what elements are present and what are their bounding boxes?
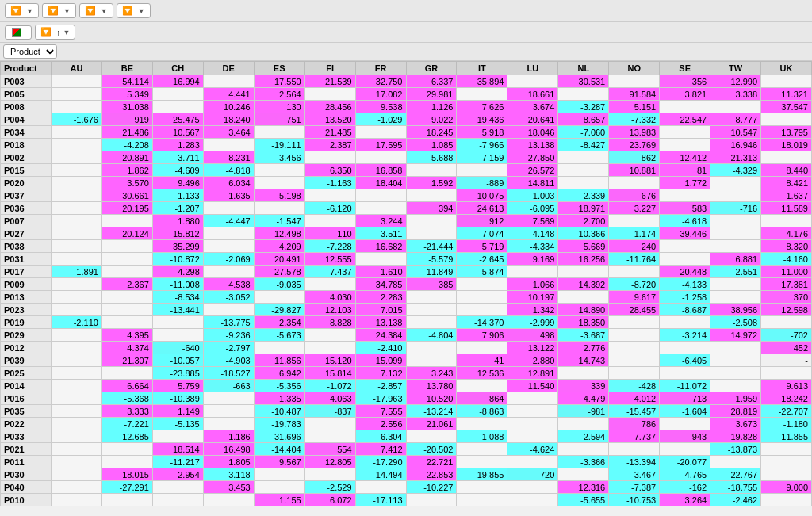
- data-cell-se: 943: [660, 430, 710, 443]
- data-cell-tw: [710, 215, 761, 227]
- dropdown-arrow-icon: ▼: [26, 7, 33, 15]
- data-cell-nl: 12.316: [558, 481, 609, 494]
- filter-salesd-button[interactable]: 🔽 ▼: [42, 3, 76, 18]
- data-cell-nl: 14.392: [558, 278, 609, 291]
- data-cell-gr: 1.126: [406, 101, 457, 113]
- data-cell-se: -4.618: [660, 215, 710, 227]
- dropdown-arrow-icon: ▼: [101, 7, 108, 15]
- data-cell-lu: 27.850: [508, 151, 558, 164]
- data-cell-be: [102, 367, 152, 380]
- data-cell-es: 12.498: [254, 227, 304, 240]
- data-cell-uk: [761, 494, 812, 506]
- data-cell-gr: 10.520: [406, 392, 457, 405]
- col-header-fi: FI: [304, 62, 355, 75]
- data-cell-de: 4.441: [203, 88, 254, 101]
- data-cell-it: -889: [457, 177, 508, 189]
- product-id-cell: P034: [1, 126, 52, 139]
- data-cell-fr: 7.015: [355, 304, 406, 316]
- data-cell-gr: [406, 342, 457, 354]
- product-id-cell: P012: [1, 342, 52, 354]
- data-cell-uk: [761, 443, 812, 456]
- data-cell-se: [660, 418, 710, 430]
- data-cell-es: [254, 164, 304, 177]
- product-id-cell: P015: [1, 164, 52, 177]
- data-cell-de: [203, 494, 254, 506]
- data-table-container[interactable]: ProductAUBECHDEESFIFRGRITLUNLNOSETWUK P0…: [0, 61, 812, 506]
- data-cell-au: [51, 329, 102, 342]
- data-cell-be: 3.570: [102, 177, 152, 189]
- data-cell-lu: [508, 405, 558, 418]
- data-cell-it: 5.918: [457, 126, 508, 139]
- product-id-cell: P035: [1, 405, 52, 418]
- data-cell-it: 7.626: [457, 101, 508, 113]
- data-cell-fi: [304, 215, 355, 227]
- data-cell-se: 39.446: [660, 227, 710, 240]
- data-cell-ch: [152, 481, 203, 494]
- data-cell-ch: -13.441: [152, 304, 203, 316]
- data-cell-no: 9.617: [609, 291, 660, 304]
- data-cell-be: -12.685: [102, 430, 152, 443]
- data-cell-de: [203, 304, 254, 316]
- data-cell-au: [51, 342, 102, 354]
- data-cell-uk: 11.589: [761, 202, 812, 215]
- data-cell-it: [457, 494, 508, 506]
- data-cell-nl: 30.531: [558, 75, 609, 88]
- data-cell-gr: [406, 189, 457, 202]
- data-cell-de: [203, 266, 254, 278]
- product-select[interactable]: Product: [3, 44, 57, 59]
- data-cell-es: 9.567: [254, 456, 304, 468]
- filter-inco-button[interactable]: 🔽 ▼: [117, 3, 151, 18]
- data-cell-lu: 20.641: [508, 113, 558, 126]
- data-cell-se: -1.258: [660, 291, 710, 304]
- data-cell-au: [51, 88, 102, 101]
- data-cell-it: 35.894: [457, 75, 508, 88]
- data-cell-de: -13.775: [203, 316, 254, 329]
- data-cell-be: 20.124: [102, 227, 152, 240]
- data-cell-de: 6.034: [203, 177, 254, 189]
- margin-color-button[interactable]: [5, 25, 32, 40]
- data-cell-gr: [406, 291, 457, 304]
- data-cell-no: [609, 266, 660, 278]
- data-cell-nl: 18.971: [558, 202, 609, 215]
- data-cell-es: [254, 468, 304, 481]
- data-cell-nl: -3.287: [558, 101, 609, 113]
- data-cell-no: -7.332: [609, 113, 660, 126]
- data-cell-it: [457, 304, 508, 316]
- data-cell-be: 4.374: [102, 342, 152, 354]
- table-row: P011-11.2171.8059.56712.805-17.29022.721…: [1, 456, 812, 468]
- data-cell-it: [457, 88, 508, 101]
- table-row: P02118.51416.498-14.4045547.412-20.502-4…: [1, 443, 812, 456]
- data-cell-se: -20.077: [660, 456, 710, 468]
- product-id-cell: P031: [1, 253, 52, 266]
- data-cell-es: 27.578: [254, 266, 304, 278]
- data-cell-it: 912: [457, 215, 508, 227]
- data-cell-tw: [710, 456, 761, 468]
- product-id-cell: P003: [1, 75, 52, 88]
- data-cell-nl: -3.366: [558, 456, 609, 468]
- data-cell-lu: [508, 494, 558, 506]
- data-cell-fr: 16.682: [355, 240, 406, 253]
- data-cell-de: 3.464: [203, 126, 254, 139]
- product-id-cell: P005: [1, 88, 52, 101]
- data-cell-gr: [406, 304, 457, 316]
- data-cell-it: [457, 278, 508, 291]
- data-cell-nl: [558, 418, 609, 430]
- data-cell-it: [457, 380, 508, 392]
- data-cell-au: [51, 164, 102, 177]
- data-cell-tw: [710, 342, 761, 354]
- data-cell-ch: [152, 101, 203, 113]
- data-cell-se: 1.772: [660, 177, 710, 189]
- country-filter-button[interactable]: 🔽 ↑ ▼: [35, 25, 75, 40]
- data-cell-lu: 7.569: [508, 215, 558, 227]
- table-row: P004-1.67691925.47518.24075113.520-1.029…: [1, 113, 812, 126]
- filter-custo-button[interactable]: 🔽 ▼: [5, 3, 39, 18]
- filter-totalco-button[interactable]: 🔽 ▼: [79, 3, 113, 18]
- data-cell-it: [457, 481, 508, 494]
- data-cell-no: 7.737: [609, 430, 660, 443]
- data-cell-be: 54.114: [102, 75, 152, 88]
- data-cell-se: 3.821: [660, 88, 710, 101]
- data-cell-es: -31.696: [254, 430, 304, 443]
- data-cell-nl: 14.743: [558, 354, 609, 367]
- data-cell-au: [51, 494, 102, 506]
- data-cell-es: -9.035: [254, 278, 304, 291]
